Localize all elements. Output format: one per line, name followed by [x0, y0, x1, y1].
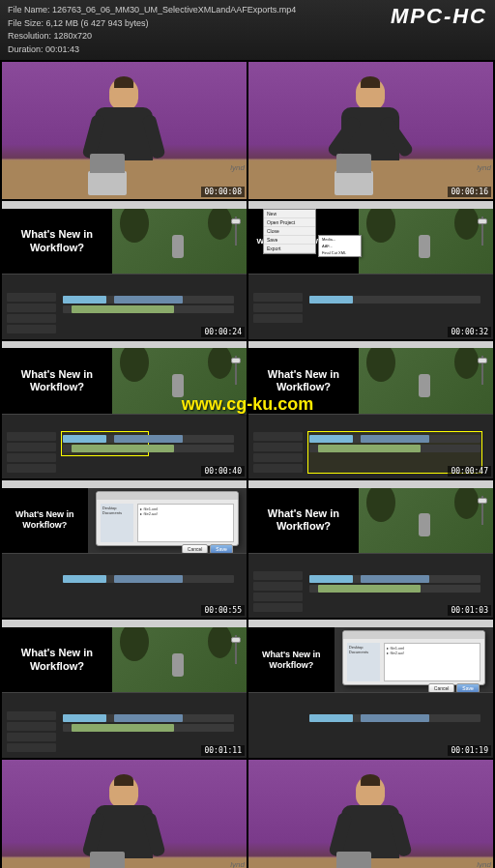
- info-header: File Name: 126763_06_06_MM30_UM_Selectiv…: [0, 0, 495, 60]
- file-menu-dropdown[interactable]: NewOpen ProjectCloseSaveExport: [263, 209, 316, 254]
- thumbnail-3: What's New in Workflow? 00:00:24: [2, 201, 247, 338]
- cancel-button[interactable]: Cancel: [182, 544, 209, 553]
- file-size-value: 6,12 MB (6 427 943 bytes): [46, 18, 149, 28]
- timecode: 00:00:40: [201, 466, 245, 477]
- save-button[interactable]: Save: [210, 544, 232, 553]
- timecode: 00:00:16: [448, 187, 491, 197]
- thumbnail-4: What's New in Workflow? NewOpen ProjectC…: [248, 201, 493, 338]
- timecode: 00:01:03: [448, 605, 491, 616]
- thumbnail-11: lynd 00:01:27: [2, 760, 247, 868]
- thumbnail-5: What's New in Workflow? 00:00:40: [2, 341, 247, 478]
- timecode: 00:00:32: [448, 327, 491, 337]
- thumbnail-grid: lynd 00:00:08 lynd 00:00:16 What's New i…: [0, 60, 495, 868]
- timecode: 00:01:19: [448, 745, 491, 756]
- save-dialog[interactable]: DesktopDocuments ▸ file1.xml▸ file2.aaf …: [96, 491, 239, 546]
- timecode: 00:00:08: [201, 187, 245, 197]
- resolution-value: 1280x720: [54, 31, 93, 41]
- thumbnail-7: What's New in Workflow? DesktopDocuments…: [2, 480, 247, 618]
- player-logo: MPC-HC: [391, 4, 487, 29]
- thumbnail-9: What's New in Workflow? 00:01:11: [2, 620, 247, 757]
- timecode: 00:00:24: [201, 327, 245, 337]
- timecode: 00:00:55: [201, 605, 245, 616]
- timecode: 00:01:11: [201, 745, 245, 756]
- timecode: 00:00:47: [448, 466, 491, 477]
- export-submenu[interactable]: Media...AAF...Final Cut XML: [318, 235, 362, 257]
- file-name-value: 126763_06_06_MM30_UM_SelectiveXMLandAAFE…: [52, 5, 296, 14]
- duration-value: 00:01:43: [45, 44, 79, 54]
- thumbnail-12: lynd 00:01:35: [248, 760, 493, 868]
- cancel-button[interactable]: Cancel: [428, 683, 455, 692]
- thumbnail-10: What's New in Workflow? DesktopDocuments…: [248, 620, 493, 757]
- thumbnail-8: What's New in Workflow? 00:01:03: [248, 480, 493, 618]
- file-info: File Name: 126763_06_06_MM30_UM_Selectiv…: [8, 4, 296, 56]
- save-dialog[interactable]: DesktopDocuments ▸ file1.xml▸ file2.aaf …: [342, 630, 485, 685]
- thumbnail-1: lynd 00:00:08: [2, 62, 247, 199]
- thumbnail-2: lynd 00:00:16: [248, 62, 493, 199]
- thumbnail-6: What's New in Workflow? 00:00:47: [248, 341, 493, 478]
- save-button[interactable]: Save: [456, 683, 479, 692]
